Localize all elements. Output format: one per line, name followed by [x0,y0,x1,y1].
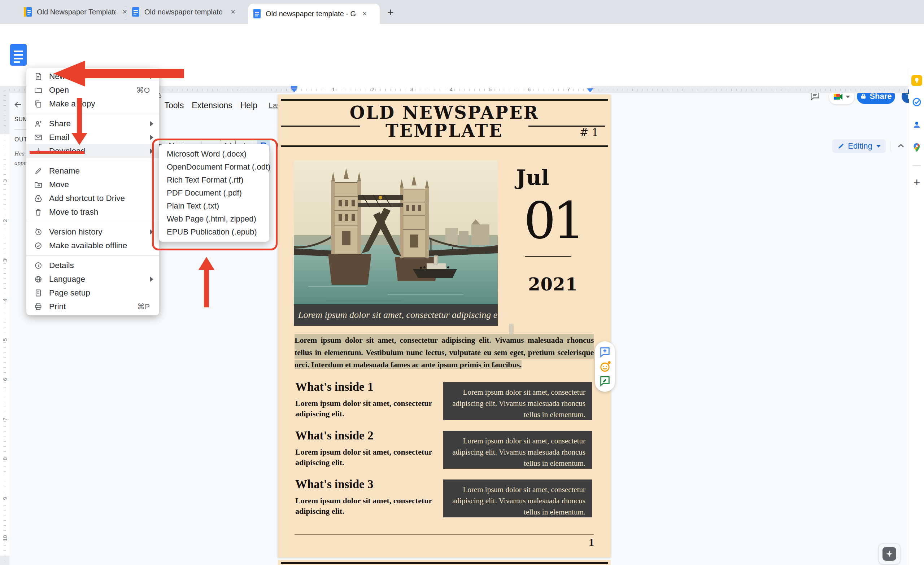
tab-3-active[interactable]: Old newspaper template - Goo × [248,4,380,24]
tab-title: Old Newspaper Template – Fre [37,8,116,16]
summary-label: SUM [14,116,28,123]
menu-item-label: Rename [49,166,159,176]
section-heading: What's inside 1 [295,380,373,394]
contacts-icon[interactable] [911,120,922,130]
ruler-number: 6 [2,375,8,384]
ruler-number: 3 [408,86,416,92]
menu-separator [26,114,159,114]
menu-item-share[interactable]: Share [26,117,159,130]
menu-item-details[interactable]: Details [26,259,159,273]
new-tab-button[interactable]: + [383,5,398,19]
new-doc-icon [34,72,43,81]
annotation-box-around-submenu [152,139,278,250]
document-page[interactable]: OLD NEWSPAPER TEMPLATE # 1 [278,94,611,558]
tasks-icon[interactable] [911,97,922,108]
menu-item-label: Language [49,274,150,284]
browser-tab-bar: Old Newspaper Template – Fre × Old newsp… [0,0,924,24]
annotation-arrow-shaft [204,270,209,307]
ruler-number: 2 [369,86,377,92]
menu-item-move-to-trash[interactable]: Move to trash [26,205,159,219]
tower-bridge-photo[interactable] [294,160,498,304]
collapse-toolbar-icon[interactable] [896,141,906,151]
section-subtext: Lorem ipsum dolor sit amet, consectetur … [295,495,432,516]
menu-item-label: Share [49,119,150,129]
keep-icon[interactable] [911,75,922,86]
section-box: Lorem ipsum dolor sit amet, consectetur … [443,382,592,420]
submenu-arrow-icon [150,277,153,282]
menu-item-open[interactable]: Open ⌘O [26,83,159,97]
ruler-number: 7 [564,86,573,92]
editing-mode-label: Editing [848,141,872,151]
docs-header: Old newspaper template ☆ File Edit View … [0,43,924,69]
menu-help[interactable]: Help [236,100,261,111]
right-indent-marker[interactable] [587,88,593,92]
menu-item-label: Details [49,261,159,270]
menu-tools[interactable]: Tools [160,100,188,111]
section-box: Lorem ipsum dolor sit amet, consectetur … [443,431,592,469]
meet-dropdown-caret [846,96,850,98]
annotation-arrow-to-submenu [198,257,214,270]
ruler-number: 3 [2,256,8,265]
menu-item-label: Make a copy [49,99,159,109]
masthead-rule [281,562,608,564]
tab-1[interactable]: Old Newspaper Template – Fre × [19,0,134,24]
menu-item-make-a-copy[interactable]: Make a copy [26,97,159,111]
menu-item-page-setup[interactable]: Page setup [26,286,159,300]
menu-item-label: Open [49,85,136,95]
menu-item-label: Print [49,302,137,311]
section-subtext-line: Lorem ipsum dolor sit amet, consectetur [295,495,432,506]
left-indent-marker[interactable] [291,88,297,92]
annotation-arrow-shaft [83,69,184,78]
menu-item-language[interactable]: Language [26,273,159,286]
menu-item-version-history[interactable]: Version history [26,225,159,239]
maps-icon[interactable] [911,142,922,153]
first-line-indent-marker[interactable] [291,86,297,88]
tab-2[interactable]: Old newspaper template #1 - G × [127,0,242,24]
menu-item-label: Page setup [49,288,159,298]
section-box-line: Lorem ipsum dolor sit amet, consectetur [443,436,592,447]
annotation-arrow-shaft [77,98,82,133]
ruler-number: 7 [2,415,8,424]
date-year: 2021 [513,274,592,294]
ruler-number: 10 [2,534,8,543]
close-outline-arrow-icon[interactable] [13,100,23,110]
ruler-number: 4 [2,296,8,304]
menu-item-label: Email [49,133,150,142]
paragraph-line: orci. Interdum et malesuada fames ac ant… [294,360,522,369]
get-addons-button[interactable]: + [911,177,922,187]
menu-item-label: Move to trash [49,207,159,217]
date-month: Jul [516,165,549,190]
tab-close-icon[interactable]: × [361,9,369,18]
docs-logo[interactable] [10,44,27,66]
menu-extensions[interactable]: Extensions [188,100,236,111]
section-subtext-line: adipiscing elit. [295,408,432,419]
menu-item-print[interactable]: Print ⌘P [26,300,159,313]
section-box-line: tellus in elementum. [443,507,592,518]
vertical-ruler[interactable]: 1 2 3 4 5 6 7 8 9 10 [0,86,9,565]
next-page-top [278,560,611,565]
explore-button[interactable] [879,543,900,564]
ruler-number: 2 [2,216,8,225]
share-lock-icon [860,93,867,100]
menu-item-make-available-offline[interactable]: Make available offline [26,239,159,253]
masthead-title-line2: TEMPLATE [278,120,611,141]
ruler-ticks [4,86,6,565]
submenu-arrow-icon [150,121,153,126]
printer-icon [34,302,43,311]
section-box-line: tellus in elementum. [443,409,592,420]
menu-item-rename[interactable]: Rename [26,164,159,178]
tab-separator [125,8,125,18]
menu-item-add-shortcut-to-drive[interactable]: Add shortcut to Drive [26,192,159,205]
add-comment-icon[interactable] [599,346,611,358]
menu-item-email[interactable]: Email [26,130,159,144]
suggest-edits-icon[interactable] [599,375,611,387]
emoji-reaction-icon[interactable] [599,360,611,373]
tab-close-icon[interactable]: × [229,7,237,16]
explore-star-icon [882,547,896,561]
photo-caption-bar: Lorem ipsum dolor sit amet, consectetur … [294,304,498,326]
editing-mode-button[interactable]: Editing [832,139,886,153]
lead-paragraph[interactable]: Lorem ipsum dolor sit amet, consectetur … [294,334,594,371]
menu-item-label: Make available offline [49,241,159,250]
person-add-icon [34,120,43,128]
menu-item-move[interactable]: Move [26,178,159,192]
